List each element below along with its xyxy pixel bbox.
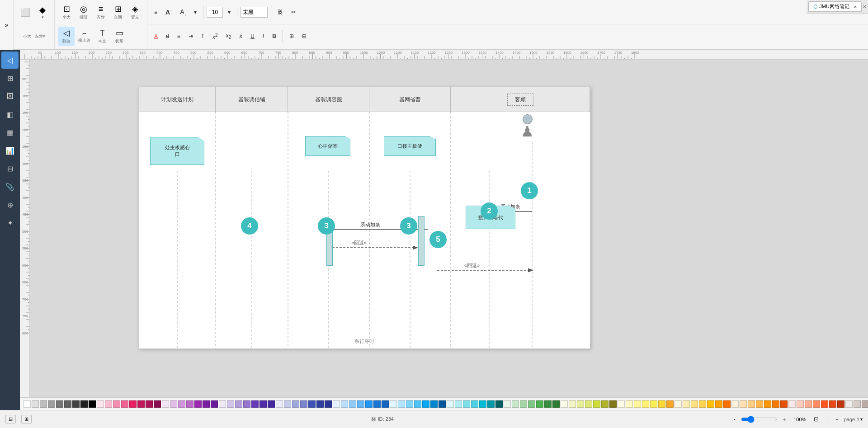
- color-swatch[interactable]: [577, 400, 584, 408]
- fmt-font-dd-btn[interactable]: ▾: [191, 7, 200, 17]
- tab-close-btn[interactable]: ×: [854, 4, 857, 9]
- color-swatch[interactable]: [439, 400, 446, 408]
- color-swatch[interactable]: [479, 400, 486, 408]
- color-swatch[interactable]: [48, 400, 55, 408]
- color-swatch[interactable]: [243, 400, 250, 408]
- fmt-font-size-down-btn[interactable]: A↓: [177, 6, 189, 19]
- sidebar-connect-panel[interactable]: ⊕: [1, 196, 19, 213]
- color-swatch[interactable]: [487, 400, 495, 408]
- color-swatch[interactable]: [813, 400, 820, 408]
- color-swatch[interactable]: [268, 400, 275, 408]
- color-swatch[interactable]: [365, 400, 373, 408]
- zoom-fit-btn[interactable]: ⊡: [814, 416, 819, 423]
- color-swatch[interactable]: [203, 400, 210, 408]
- color-swatch[interactable]: [585, 400, 592, 408]
- color-swatch[interactable]: [609, 400, 617, 408]
- color-swatch[interactable]: [512, 400, 519, 408]
- canvas-area[interactable]: 系动加条 系动加条 «回返» «回返» 计划发送计划 器装: [30, 60, 868, 410]
- color-swatch[interactable]: [626, 400, 633, 408]
- color-swatch[interactable]: [455, 400, 462, 408]
- resize-btn[interactable]: ⊡ 小大: [58, 3, 75, 22]
- color-swatch[interactable]: [390, 400, 397, 408]
- color-swatch[interactable]: [707, 400, 714, 408]
- fmt-strikethrough-btn[interactable]: d: [163, 31, 172, 41]
- color-swatch[interactable]: [520, 400, 527, 408]
- color-swatch[interactable]: [292, 400, 299, 408]
- color-swatch[interactable]: [414, 400, 421, 408]
- sidebar-more-panel[interactable]: ✦: [1, 214, 19, 231]
- color-swatch[interactable]: [731, 400, 739, 408]
- color-swatch[interactable]: [715, 400, 722, 408]
- color-swatch[interactable]: [642, 400, 649, 408]
- toolbar-collapse-btn[interactable]: »: [0, 0, 14, 50]
- color-swatch[interactable]: [227, 400, 234, 408]
- color-swatch[interactable]: [495, 400, 503, 408]
- font-size-input[interactable]: [207, 7, 223, 18]
- fmt-x2-btn[interactable]: x2: [209, 31, 221, 42]
- color-swatch[interactable]: [105, 400, 112, 408]
- color-swatch[interactable]: [862, 400, 868, 408]
- fmt-underline-btn[interactable]: U: [247, 31, 258, 41]
- color-swatch[interactable]: [194, 400, 202, 408]
- color-swatch[interactable]: [471, 400, 478, 408]
- sidebar-attach-panel[interactable]: 📎: [1, 178, 19, 195]
- color-swatch[interactable]: [72, 400, 80, 408]
- color-swatch[interactable]: [723, 400, 731, 408]
- color-swatch[interactable]: [284, 400, 291, 408]
- sidebar-layers-panel[interactable]: ◧: [1, 106, 19, 123]
- color-swatch[interactable]: [829, 400, 836, 408]
- color-swatch[interactable]: [528, 400, 535, 408]
- color-swatch[interactable]: [333, 400, 340, 408]
- fmt-size-dd-btn[interactable]: ▾: [225, 7, 234, 17]
- fmt-cut-btn[interactable]: ✂: [288, 7, 299, 17]
- fmt-link-btn[interactable]: ⛓: [274, 7, 286, 17]
- add-page-btn[interactable]: +: [835, 417, 838, 422]
- color-swatch[interactable]: [780, 400, 788, 408]
- color-swatch[interactable]: [300, 400, 307, 408]
- text-btn[interactable]: T 本文: [94, 27, 110, 46]
- tool-shape-btn[interactable]: ◆ ▾: [34, 4, 51, 22]
- color-swatch[interactable]: [634, 400, 641, 408]
- color-swatch[interactable]: [772, 400, 779, 408]
- tab-item[interactable]: C JMU网络笔记 ×: [808, 1, 862, 12]
- connect-btn[interactable]: ⌐ 接连达: [75, 28, 93, 45]
- color-swatch[interactable]: [32, 400, 39, 408]
- font-name-input[interactable]: [241, 7, 268, 18]
- color-swatch[interactable]: [121, 400, 128, 408]
- color-swatch[interactable]: [764, 400, 771, 408]
- fmt-italic-btn[interactable]: I: [259, 31, 267, 41]
- fmt-para-align-btn[interactable]: ≡: [174, 31, 184, 41]
- color-swatch[interactable]: [170, 400, 177, 408]
- expand-btn[interactable]: ⊟: [5, 415, 16, 423]
- fmt-unbox-btn[interactable]: ⊟: [299, 31, 310, 41]
- color-swatch[interactable]: [308, 400, 316, 408]
- tool-select-btn[interactable]: ⬜: [17, 6, 33, 19]
- color-swatch[interactable]: [97, 400, 104, 408]
- color-swatch[interactable]: [544, 400, 552, 408]
- color-swatch[interactable]: [552, 400, 560, 408]
- color-swatch[interactable]: [357, 400, 364, 408]
- color-swatch[interactable]: [113, 400, 120, 408]
- color-swatch[interactable]: [40, 400, 47, 408]
- color-swatch[interactable]: [666, 400, 674, 408]
- color-swatch[interactable]: [24, 400, 31, 408]
- color-swatch[interactable]: [699, 400, 706, 408]
- zoom-out-btn[interactable]: -: [733, 416, 735, 423]
- color-swatch[interactable]: [658, 400, 665, 408]
- align-btn[interactable]: ≡ 齐对: [93, 3, 109, 22]
- diagram-paper[interactable]: 系动加条 系动加条 «回返» «回返» 计划发送计划 器装: [138, 87, 590, 349]
- color-swatch[interactable]: [536, 400, 543, 408]
- fit-btn[interactable]: ⊞ 合回: [110, 3, 126, 22]
- color-swatch[interactable]: [325, 400, 332, 408]
- sidebar-shapes-panel[interactable]: ⊞: [1, 70, 19, 87]
- color-swatch[interactable]: [837, 400, 844, 408]
- color-swatch[interactable]: [398, 400, 405, 408]
- color-swatch[interactable]: [447, 400, 454, 408]
- color-swatch[interactable]: [691, 400, 698, 408]
- color-swatch[interactable]: [178, 400, 185, 408]
- color-swatch[interactable]: [854, 400, 861, 408]
- fmt-list-btn[interactable]: ≡: [151, 7, 160, 17]
- color-swatch[interactable]: [219, 400, 226, 408]
- tab-close-all-btn[interactable]: ×: [863, 3, 866, 10]
- color-swatch[interactable]: [675, 400, 682, 408]
